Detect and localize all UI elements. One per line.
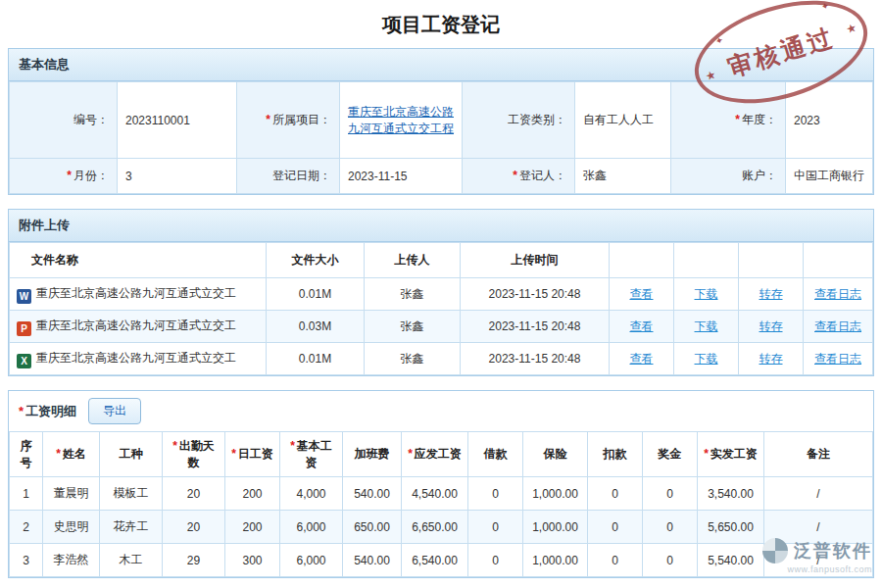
brand-url: www.fanpusoft.com bbox=[762, 564, 872, 574]
salary-col-worktype: 工种 bbox=[100, 432, 163, 477]
attachment-action-cell: 查看 bbox=[610, 311, 674, 343]
salary-row: 3李浩然木工293006,000540.006,540.0001,000.000… bbox=[10, 544, 873, 577]
col-file-name: 文件名称 bbox=[10, 243, 267, 278]
field-value-registrant: 张鑫 bbox=[575, 159, 671, 194]
attachment-action-cell: 下载 bbox=[674, 311, 739, 343]
salary-cell-name: 董晨明 bbox=[43, 477, 100, 511]
salary-cell-payable: 6,650.00 bbox=[402, 511, 468, 544]
attachment-size: 0.01M bbox=[267, 278, 365, 311]
col-action-blank bbox=[739, 243, 804, 278]
attachment-row: W重庆至北京高速公路九河互通式立交工0.01M张鑫2023-11-15 20:4… bbox=[10, 278, 873, 311]
salary-cell-base-wage: 6,000 bbox=[280, 544, 343, 577]
attachment-action-view-log[interactable]: 查看日志 bbox=[814, 319, 861, 333]
salary-cell-index: 3 bbox=[10, 544, 43, 577]
attachment-action-cell: 下载 bbox=[674, 278, 739, 311]
salary-col-base-wage: *基本工资 bbox=[280, 432, 343, 477]
salary-cell-overtime: 540.00 bbox=[343, 544, 402, 577]
salary-col-name: *姓名 bbox=[43, 432, 100, 477]
attachment-file-name: 重庆至北京高速公路九河互通式立交工 bbox=[36, 286, 236, 300]
attachment-action-save-as[interactable]: 转存 bbox=[760, 352, 783, 366]
salary-cell-overtime: 650.00 bbox=[343, 511, 402, 544]
field-value-project: 重庆至北京高速公路九河互通式立交工程 bbox=[340, 82, 463, 159]
salary-cell-daily-wage: 200 bbox=[225, 511, 280, 544]
salary-cell-loan: 0 bbox=[468, 511, 523, 544]
salary-col-bonus: 奖金 bbox=[643, 432, 698, 477]
salary-col-payable: *应发工资 bbox=[402, 432, 468, 477]
salary-row: 1董晨明模板工202004,000540.004,540.0001,000.00… bbox=[10, 477, 873, 511]
field-label-account: 账户： bbox=[671, 159, 786, 194]
salary-cell-bonus: 0 bbox=[643, 511, 698, 544]
brand-watermark: 泛普软件 www.fanpusoft.com bbox=[762, 538, 872, 574]
basic-info-section: 基本信息 编号： 2023110001 *所属项目： 重庆至北京高速公路九河互通… bbox=[8, 48, 874, 195]
salary-cell-bonus: 0 bbox=[643, 477, 698, 511]
field-label-reg-date: 登记日期： bbox=[237, 159, 340, 194]
attachment-action-view-log[interactable]: 查看日志 bbox=[814, 352, 861, 366]
attachment-action-cell: 转存 bbox=[739, 278, 804, 311]
attachment-file-name: 重庆至北京高速公路九河互通式立交工 bbox=[36, 351, 236, 365]
basic-info-table: 编号： 2023110001 *所属项目： 重庆至北京高速公路九河互通式立交工程… bbox=[9, 81, 873, 194]
salary-cell-days: 20 bbox=[163, 511, 225, 544]
salary-col-remark: 备注 bbox=[764, 432, 873, 477]
salary-cell-worktype: 花卉工 bbox=[100, 511, 163, 544]
attachment-file-name-cell: W重庆至北京高速公路九河互通式立交工 bbox=[10, 278, 267, 311]
salary-col-deduction: 扣款 bbox=[588, 432, 643, 477]
attachment-action-save-as[interactable]: 转存 bbox=[760, 287, 783, 301]
col-uploader: 上传人 bbox=[365, 243, 461, 278]
salary-col-index: 序号 bbox=[10, 432, 43, 477]
salary-cell-days: 20 bbox=[163, 477, 225, 511]
attachment-action-download[interactable]: 下载 bbox=[695, 287, 718, 301]
salary-cell-loan: 0 bbox=[468, 544, 523, 577]
attachment-size: 0.01M bbox=[267, 343, 365, 375]
attachment-file-name-cell: P重庆至北京高速公路九河互通式立交工 bbox=[10, 311, 267, 343]
salary-col-overtime: 加班费 bbox=[343, 432, 402, 477]
attachment-action-view-log[interactable]: 查看日志 bbox=[814, 287, 861, 301]
col-action-blank bbox=[674, 243, 739, 278]
salary-section-title: *工资明细 bbox=[19, 403, 76, 420]
attachment-action-view[interactable]: 查看 bbox=[630, 319, 654, 333]
salary-col-days: *出勤天数 bbox=[163, 432, 225, 477]
col-upload-time: 上传时间 bbox=[461, 243, 610, 278]
salary-cell-bonus: 0 bbox=[643, 544, 698, 577]
attachment-uploader: 张鑫 bbox=[365, 278, 461, 311]
attachment-action-cell: 下载 bbox=[674, 343, 739, 375]
salary-cell-name: 李浩然 bbox=[43, 544, 100, 577]
attachment-time: 2023-11-15 20:48 bbox=[461, 278, 610, 311]
salary-cell-actual-wage: 5,650.00 bbox=[698, 511, 764, 544]
page: 项目工资登记 ★ ✦ 审核通过 ✦ ★ 基本信息 编号： 2023110001 … bbox=[0, 0, 882, 578]
excel-file-icon: X bbox=[17, 354, 31, 368]
salary-cell-actual-wage: 5,540.00 bbox=[698, 544, 764, 577]
salary-cell-deduction: 0 bbox=[588, 477, 643, 511]
attachment-action-cell: 查看日志 bbox=[804, 278, 873, 311]
page-title: 项目工资登记 bbox=[0, 0, 882, 48]
salary-cell-insurance: 1,000.00 bbox=[523, 477, 588, 511]
salary-cell-loan: 0 bbox=[468, 477, 523, 511]
salary-col-loan: 借款 bbox=[468, 432, 523, 477]
attachment-action-download[interactable]: 下载 bbox=[695, 352, 718, 366]
attachment-action-view[interactable]: 查看 bbox=[630, 287, 654, 301]
attachment-action-cell: 查看 bbox=[610, 278, 674, 311]
salary-cell-insurance: 1,000.00 bbox=[523, 511, 588, 544]
salary-cell-daily-wage: 200 bbox=[225, 477, 280, 511]
salary-cell-payable: 6,540.00 bbox=[402, 544, 468, 577]
col-action-blank bbox=[610, 243, 674, 278]
attachment-action-cell: 查看 bbox=[610, 343, 674, 375]
salary-cell-deduction: 0 bbox=[588, 544, 643, 577]
field-value-account: 中国工商银行 bbox=[786, 159, 873, 194]
field-label-number: 编号： bbox=[10, 82, 118, 159]
attachment-action-download[interactable]: 下载 bbox=[695, 319, 718, 333]
attachments-table: 文件名称 文件大小 上传人 上传时间 W重庆至北京高速公路九河互通式立交工0.0… bbox=[9, 242, 873, 375]
project-link[interactable]: 重庆至北京高速公路九河互通式立交工程 bbox=[348, 105, 454, 135]
attachment-action-save-as[interactable]: 转存 bbox=[760, 319, 783, 333]
col-action-blank bbox=[804, 243, 873, 278]
salary-cell-daily-wage: 300 bbox=[225, 544, 280, 577]
basic-info-header: 基本信息 bbox=[9, 49, 873, 81]
attachments-header-row: 文件名称 文件大小 上传人 上传时间 bbox=[10, 243, 873, 278]
salary-cell-overtime: 540.00 bbox=[343, 477, 402, 511]
salary-cell-index: 2 bbox=[10, 511, 43, 544]
attachment-action-view[interactable]: 查看 bbox=[630, 352, 654, 366]
attachment-time: 2023-11-15 20:48 bbox=[461, 311, 610, 343]
export-button[interactable]: 导出 bbox=[88, 398, 141, 424]
salary-cell-insurance: 1,000.00 bbox=[523, 544, 588, 577]
salary-header-row: 序号*姓名工种*出勤天数*日工资*基本工资加班费*应发工资借款保险扣款奖金*实发… bbox=[10, 432, 873, 477]
attachments-header: 附件上传 bbox=[9, 210, 873, 242]
